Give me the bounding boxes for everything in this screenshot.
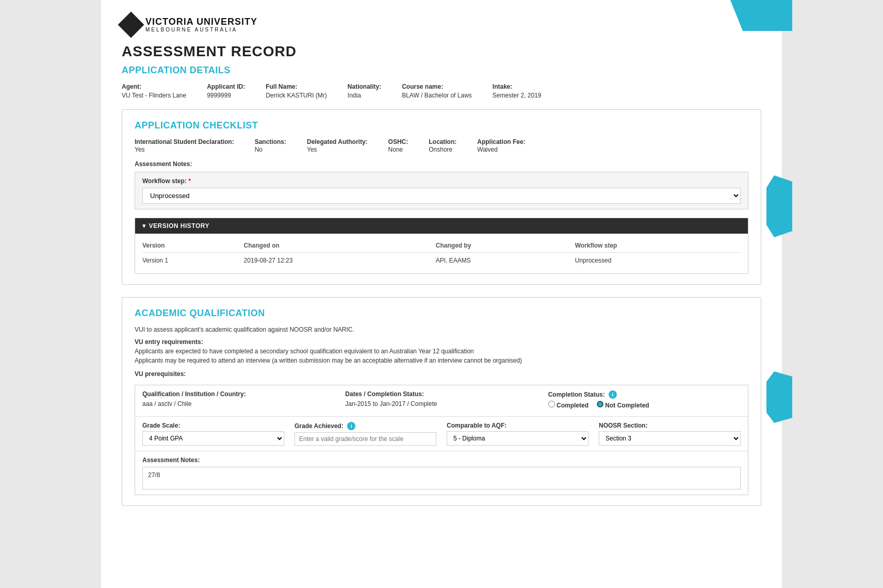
university-name: VICTORIA UNIVERSITY xyxy=(145,17,257,27)
application-checklist-card: APPLICATION CHECKLIST International Stud… xyxy=(122,109,761,285)
detail-value: Semester 2, 2019 xyxy=(493,92,542,99)
grade-achieved-input[interactable] xyxy=(295,432,436,446)
version-cell-version: Version 1 xyxy=(142,253,244,269)
checklist-item: OSHC:None xyxy=(388,138,408,153)
version-table-header: Changed by xyxy=(436,239,575,253)
detail-value: 9999999 xyxy=(207,92,231,99)
radio-completed-input[interactable] xyxy=(548,401,555,407)
version-table: VersionChanged onChanged byWorkflow step… xyxy=(142,239,741,268)
detail-value: India xyxy=(348,92,361,99)
completion-status-cell: Completion Status: i Completed Not Compl… xyxy=(548,390,741,411)
radio-completed-label: Completed xyxy=(557,402,588,409)
page-title: ASSESSMENT RECORD xyxy=(122,43,761,60)
version-cell-changed_by: API, EAAMS xyxy=(436,253,575,269)
grade-achieved-info-icon[interactable]: i xyxy=(347,422,355,430)
radio-completed[interactable]: Completed xyxy=(548,401,588,409)
checklist-item-value: Waived xyxy=(477,146,498,153)
workflow-required-star: * xyxy=(188,177,191,185)
comparable-aqf-label: Comparable to AQF: xyxy=(447,422,588,429)
university-sub: MELBOURNE AUSTRALIA xyxy=(145,27,257,32)
aq-section: ACADEMIC QUALIFICATION VUI to assess app… xyxy=(122,298,761,505)
detail-label: Intake: xyxy=(493,83,542,90)
version-table-header: Changed on xyxy=(244,239,436,253)
logo-text: VICTORIA UNIVERSITY MELBOURNE AUSTRALIA xyxy=(145,17,257,33)
blue-tab-mid xyxy=(766,175,792,237)
grade-scale-cell: Grade Scale: 4 Point GPA5 Point GPA10 Po… xyxy=(142,422,284,446)
dates-cell: Dates / Completion Status: Jan-2015 to J… xyxy=(345,390,537,411)
checklist-inner: APPLICATION CHECKLIST International Stud… xyxy=(122,110,761,284)
version-table-wrap: VersionChanged onChanged byWorkflow step… xyxy=(135,234,748,273)
noosr-section-label: NOOSR Section: xyxy=(599,422,741,429)
aq-heading: ACADEMIC QUALIFICATION xyxy=(135,308,748,319)
page-wrapper: VICTORIA UNIVERSITY MELBOURNE AUSTRALIA … xyxy=(101,0,782,588)
checklist-item-label: Delegated Authority: xyxy=(307,138,368,145)
radio-not-completed-input[interactable] xyxy=(597,401,603,407)
vu-entry-line: Applicants are expected to have complete… xyxy=(135,348,748,355)
completion-status-label: Completion Status: i xyxy=(548,390,741,399)
checklist-item-value: No xyxy=(255,146,263,153)
assessment-notes-label: Assessment Notes: xyxy=(135,160,748,168)
detail-label: Applicant ID: xyxy=(207,83,245,90)
prereq-row-2: Grade Scale: 4 Point GPA5 Point GPA10 Po… xyxy=(135,417,748,451)
checklist-item-label: Sanctions: xyxy=(255,138,286,145)
checklist-item: Application Fee:Waived xyxy=(477,138,525,153)
workflow-label: Workflow step: * xyxy=(142,177,741,185)
vu-entry-lines: Applicants are expected to have complete… xyxy=(135,348,748,364)
checklist-item-label: Application Fee: xyxy=(477,138,525,145)
checklist-heading: APPLICATION CHECKLIST xyxy=(135,120,748,131)
version-table-header: Version xyxy=(142,239,244,253)
detail-item: Full Name:Derrick KASTURI (Mr) xyxy=(266,83,327,99)
detail-item: Nationality:India xyxy=(348,83,381,99)
detail-label: Agent: xyxy=(122,83,186,90)
detail-label: Nationality: xyxy=(348,83,381,90)
checklist-item-value: Yes xyxy=(307,146,317,153)
noosr-section-select[interactable]: Section 3Section 4Section 5 xyxy=(599,431,741,446)
version-table-header: Workflow step xyxy=(575,239,741,253)
checklist-item-label: International Student Declaration: xyxy=(135,138,234,145)
vu-entry-label: VU entry requirements: xyxy=(135,338,748,346)
prereq-assessment-notes-row: Assessment Notes: 27/8 xyxy=(135,451,748,495)
comparable-aqf-select[interactable]: 5 - Diploma6 - Advanced Diploma7 - Bache… xyxy=(447,431,588,446)
application-details-heading: APPLICATION DETAILS xyxy=(122,65,761,76)
dates-value: Jan-2015 to Jan-2017 / Complete xyxy=(345,400,437,407)
checklist-item-value: Onshore xyxy=(429,146,452,153)
version-table-row: Version 12019-08-27 12:23API, EAAMSUnpro… xyxy=(142,253,741,269)
vu-entry-line: Applicants may be required to attend an … xyxy=(135,357,748,364)
radio-not-completed-label: Not Completed xyxy=(605,402,649,409)
logo-diamond-icon xyxy=(118,12,144,38)
vu-prerequisites-label: VU prerequisites: xyxy=(135,370,748,378)
comparable-aqf-cell: Comparable to AQF: 5 - Diploma6 - Advanc… xyxy=(447,422,588,446)
checklist-item: International Student Declaration:Yes xyxy=(135,138,234,153)
detail-value: Derrick KASTURI (Mr) xyxy=(266,92,327,99)
prereq-row-1: Qualification / Institution / Country: a… xyxy=(135,385,748,417)
academic-qualification-card: ACADEMIC QUALIFICATION VUI to assess app… xyxy=(122,297,761,506)
version-history-header[interactable]: VERSION HISTORY xyxy=(135,218,748,234)
checklist-item-value: None xyxy=(388,146,403,153)
completion-status-info-icon[interactable]: i xyxy=(609,390,617,399)
detail-item: Intake:Semester 2, 2019 xyxy=(493,83,542,99)
logo-block: VICTORIA UNIVERSITY MELBOURNE AUSTRALIA xyxy=(122,15,257,34)
version-cell-workflow_step: Unprocessed xyxy=(575,253,741,269)
detail-value: BLAW / Bachelor of Laws xyxy=(402,92,472,99)
application-details-section: APPLICATION DETAILS Agent:VU Test - Flin… xyxy=(122,65,761,99)
institution-label: Qualification / Institution / Country: xyxy=(142,390,335,398)
detail-item: Applicant ID:9999999 xyxy=(207,83,245,99)
version-history-card: VERSION HISTORY VersionChanged onChanged… xyxy=(135,218,748,274)
detail-label: Full Name: xyxy=(266,83,327,90)
grade-achieved-label: Grade Achieved: i xyxy=(295,422,436,430)
grade-scale-select[interactable]: 4 Point GPA5 Point GPA10 Point ScaleLett… xyxy=(142,431,284,446)
detail-item: Agent:VU Test - Flinders Lane xyxy=(122,83,186,99)
prerequisites-table: Qualification / Institution / Country: a… xyxy=(135,385,748,495)
application-details-row: Agent:VU Test - Flinders LaneApplicant I… xyxy=(122,83,761,99)
checklist-item: Delegated Authority:Yes xyxy=(307,138,368,153)
checklist-item-value: Yes xyxy=(135,146,145,153)
institution-value: aaa / asctv / Chile xyxy=(142,400,191,407)
detail-item: Course name:BLAW / Bachelor of Laws xyxy=(402,83,472,99)
prereq-assessment-notes-value[interactable]: 27/8 xyxy=(142,467,741,489)
completion-radio-group: Completed Not Completed xyxy=(548,401,741,411)
grade-achieved-cell: Grade Achieved: i xyxy=(295,422,436,446)
workflow-select[interactable]: UnprocessedProcessedPending xyxy=(142,188,741,204)
noosr-section-cell: NOOSR Section: Section 3Section 4Section… xyxy=(599,422,741,446)
radio-not-completed[interactable]: Not Completed xyxy=(597,401,649,409)
header: VICTORIA UNIVERSITY MELBOURNE AUSTRALIA xyxy=(122,15,761,34)
